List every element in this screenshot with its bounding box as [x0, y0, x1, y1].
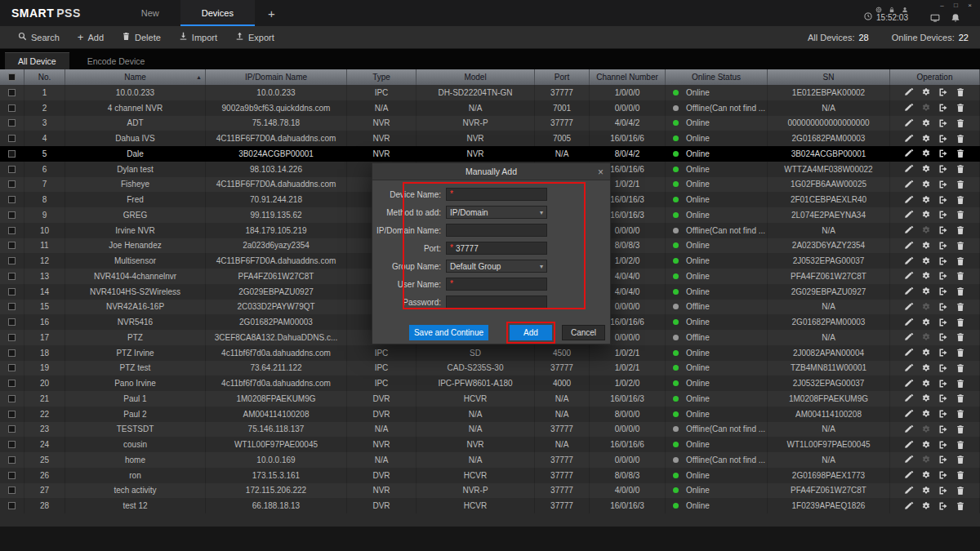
delete-device-icon[interactable]	[956, 486, 965, 495]
edit-icon[interactable]	[904, 210, 914, 220]
row-checkbox[interactable]	[8, 119, 16, 127]
logout-device-icon[interactable]	[938, 103, 948, 113]
row-checkbox[interactable]	[8, 89, 16, 96]
add-tab-button[interactable]: +	[255, 0, 288, 26]
cell-checkbox[interactable]	[0, 284, 24, 300]
logout-device-icon[interactable]	[938, 225, 948, 235]
add-device-button[interactable]: + Add	[78, 33, 104, 42]
config-gear-icon[interactable]	[921, 195, 931, 205]
delete-device-icon[interactable]	[956, 363, 965, 373]
edit-icon[interactable]	[904, 118, 914, 128]
delete-device-icon[interactable]	[956, 501, 965, 511]
cell-checkbox[interactable]	[0, 146, 24, 162]
table-row[interactable]: 4Dahua IVS4C11BF6F7D0A.dahuaddns.comNVRN…	[0, 131, 980, 146]
table-row[interactable]: 5Dale3B024ACGBP00001NVRNVRN/A8/0/4/2Onli…	[0, 146, 980, 162]
config-gear-icon[interactable]	[921, 302, 931, 312]
dialog-close-icon[interactable]: ×	[598, 163, 604, 180]
delete-device-icon[interactable]	[956, 225, 965, 235]
config-gear-icon[interactable]	[921, 409, 931, 419]
minimize-button[interactable]: –	[935, 0, 949, 11]
delete-device-icon[interactable]	[956, 332, 965, 342]
table-row[interactable]: 22Paul 2AM004114100208DVRN/AN/A8/0/0/0On…	[0, 407, 980, 422]
edit-icon[interactable]	[904, 348, 914, 358]
edit-icon[interactable]	[904, 486, 914, 495]
edit-icon[interactable]	[904, 149, 914, 158]
table-row[interactable]: 18PTZ Irvine4c11bf6f7d0a.dahuaddns.comIP…	[0, 345, 980, 361]
delete-button[interactable]: Delete	[122, 32, 161, 42]
edit-icon[interactable]	[904, 363, 914, 373]
row-checkbox[interactable]	[8, 318, 16, 326]
logout-device-icon[interactable]	[938, 195, 948, 205]
edit-icon[interactable]	[904, 318, 914, 327]
table-row[interactable]: 21Paul 11M0208FPAEKUM9GDVRHCVRN/A16/0/16…	[0, 391, 980, 407]
device-name-input[interactable]: *	[446, 188, 547, 201]
table-row[interactable]: 3ADT75.148.78.18NVRNVR-P377774/0/4/2Onli…	[0, 116, 980, 131]
delete-device-icon[interactable]	[956, 241, 965, 251]
row-checkbox[interactable]	[8, 456, 16, 464]
config-gear-icon[interactable]	[921, 87, 931, 97]
cell-checkbox[interactable]	[0, 468, 24, 483]
delete-device-icon[interactable]	[956, 424, 965, 434]
edit-icon[interactable]	[904, 103, 914, 113]
cell-checkbox[interactable]	[0, 162, 24, 177]
port-input[interactable]: *37777	[446, 242, 547, 255]
table-row[interactable]: 19PTZ test73.64.211.122IPCCAD-S235S-3037…	[0, 361, 980, 376]
delete-device-icon[interactable]	[956, 318, 965, 327]
cell-checkbox[interactable]	[0, 192, 24, 207]
config-gear-icon[interactable]	[921, 348, 931, 358]
logout-device-icon[interactable]	[938, 470, 948, 480]
row-checkbox[interactable]	[8, 425, 16, 433]
edit-icon[interactable]	[904, 332, 914, 342]
cancel-button[interactable]: Cancel	[562, 325, 605, 340]
config-gear-icon[interactable]	[921, 287, 931, 296]
header-name[interactable]: Name▲	[65, 69, 206, 85]
cell-checkbox[interactable]	[0, 238, 24, 254]
edit-icon[interactable]	[904, 271, 914, 281]
config-gear-icon[interactable]	[921, 225, 931, 235]
row-checkbox[interactable]	[8, 364, 16, 371]
subtab-all-device[interactable]: All Device	[5, 52, 69, 69]
delete-device-icon[interactable]	[956, 118, 965, 128]
config-gear-icon[interactable]	[921, 455, 931, 464]
cell-checkbox[interactable]	[0, 498, 24, 513]
row-checkbox[interactable]	[8, 196, 16, 203]
table-row[interactable]: 20Pano Irvine4c11bf6f7d0a.dahuaddns.comI…	[0, 375, 980, 391]
logout-device-icon[interactable]	[938, 287, 948, 296]
config-gear-icon[interactable]	[921, 393, 931, 403]
row-checkbox[interactable]	[8, 273, 16, 280]
delete-device-icon[interactable]	[956, 271, 965, 281]
logout-device-icon[interactable]	[938, 486, 948, 495]
close-button[interactable]: ×	[963, 0, 977, 11]
header-sn[interactable]: SN	[768, 69, 890, 85]
delete-device-icon[interactable]	[956, 164, 965, 174]
row-checkbox[interactable]	[8, 487, 16, 494]
logout-device-icon[interactable]	[938, 118, 948, 128]
select-all-checkbox[interactable]	[8, 73, 16, 81]
edit-icon[interactable]	[904, 424, 914, 434]
delete-device-icon[interactable]	[956, 256, 965, 266]
row-checkbox[interactable]	[8, 227, 16, 234]
logout-device-icon[interactable]	[938, 424, 948, 434]
edit-icon[interactable]	[904, 409, 914, 419]
table-row[interactable]: 26ron173.15.3.161DVRHCVR377778/0/8/3Onli…	[0, 468, 980, 483]
edit-icon[interactable]	[904, 287, 914, 296]
import-button[interactable]: Import	[179, 32, 217, 42]
logout-device-icon[interactable]	[938, 332, 948, 342]
edit-icon[interactable]	[904, 241, 914, 251]
header-select-all[interactable]	[0, 69, 24, 85]
delete-device-icon[interactable]	[956, 348, 965, 358]
config-gear-icon[interactable]	[921, 180, 931, 189]
search-button[interactable]: Search	[18, 32, 60, 42]
delete-device-icon[interactable]	[956, 180, 965, 189]
logout-device-icon[interactable]	[938, 302, 948, 312]
logout-device-icon[interactable]	[938, 409, 948, 419]
edit-icon[interactable]	[904, 87, 914, 97]
config-gear-icon[interactable]	[921, 210, 931, 220]
cell-checkbox[interactable]	[0, 407, 24, 422]
config-gear-icon[interactable]	[921, 379, 931, 389]
logout-device-icon[interactable]	[938, 455, 948, 464]
header-port[interactable]: Port	[535, 69, 590, 85]
logout-device-icon[interactable]	[938, 363, 948, 373]
cell-checkbox[interactable]	[0, 223, 24, 238]
config-gear-icon[interactable]	[921, 271, 931, 281]
